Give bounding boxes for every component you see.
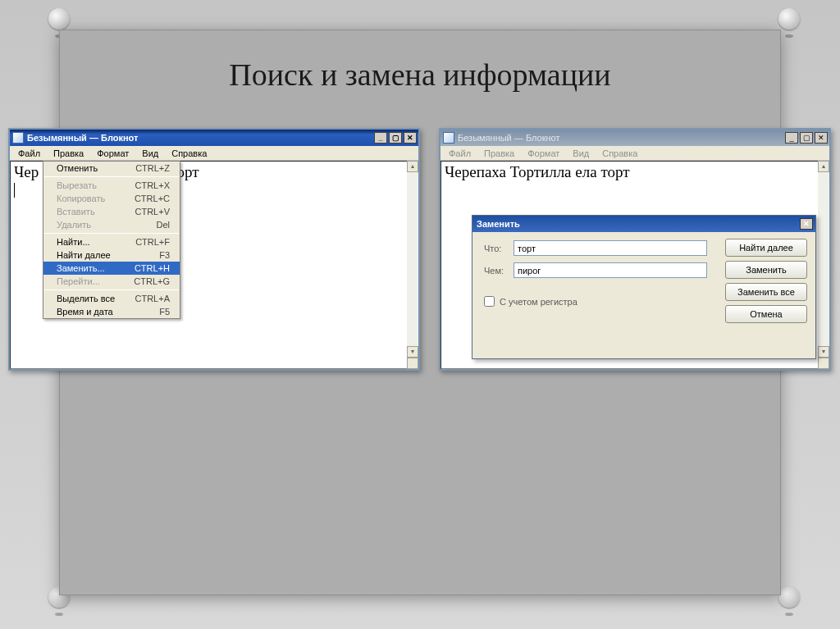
menu-item-shortcut: CTRL+G	[134, 276, 170, 286]
menu-edit[interactable]: Правка	[477, 148, 521, 159]
dialog-titlebar[interactable]: Заменить ✕	[472, 216, 815, 232]
menu-edit[interactable]: Правка	[47, 148, 90, 159]
match-case-checkbox[interactable]	[484, 296, 495, 307]
maximize-button[interactable]: ▢	[800, 132, 813, 144]
menu-item-label: Время и дата	[57, 307, 113, 317]
close-button[interactable]: ✕	[404, 132, 417, 144]
menu-item-shortcut: F5	[159, 307, 170, 317]
notepad-icon	[12, 132, 24, 144]
menu-item-shortcut: CTRL+F	[135, 237, 170, 247]
menu-item[interactable]: Выделить всеCTRL+A	[43, 292, 180, 305]
scroll-down-button[interactable]: ▾	[407, 346, 418, 358]
menu-item-shortcut: CTRL+V	[135, 207, 171, 217]
find-what-label: Что:	[484, 244, 514, 253]
menu-item-label: Вставить	[57, 207, 95, 217]
scroll-corner	[818, 358, 829, 369]
scroll-down-button[interactable]: ▾	[818, 346, 829, 358]
replace-with-label: Чем:	[484, 266, 514, 276]
maximize-button[interactable]: ▢	[389, 132, 402, 144]
vertical-scrollbar[interactable]: ▴ ▾	[407, 161, 418, 369]
text-caret	[14, 183, 15, 198]
menu-file[interactable]: Файл	[442, 148, 477, 159]
notepad-window-with-menu: Безымянный — Блокнот _ ▢ ✕ Файл Правка Ф…	[8, 128, 420, 371]
menubar: Файл Правка Формат Вид Справка	[10, 146, 418, 161]
menu-item-label: Найти далее	[57, 250, 111, 260]
replace-with-input[interactable]	[514, 262, 707, 278]
dialog-close-button[interactable]: ✕	[800, 218, 813, 230]
menu-item-label: Копировать	[57, 194, 105, 203]
menu-item-label: Выделить все	[57, 294, 115, 303]
menu-item-label: Найти...	[57, 237, 90, 247]
find-next-button[interactable]: Найти далее	[725, 239, 807, 257]
notepad-icon	[443, 132, 454, 144]
minimize-button[interactable]: _	[785, 132, 798, 144]
menu-help[interactable]: Справка	[596, 148, 644, 159]
menu-item-label: Вырезать	[57, 180, 97, 190]
menu-item-shortcut: CTRL+C	[135, 194, 170, 203]
dialog-title: Заменить	[475, 219, 800, 229]
menu-item-shortcut: CTRL+H	[135, 263, 170, 273]
close-button[interactable]: ✕	[815, 132, 828, 144]
menu-item[interactable]: Время и датаF5	[43, 305, 180, 318]
menu-item: ВставитьCTRL+V	[43, 205, 180, 218]
menu-item[interactable]: Найти далееF3	[43, 248, 180, 262]
menu-format[interactable]: Формат	[90, 148, 135, 159]
menu-separator	[44, 176, 179, 177]
vertical-scrollbar[interactable]: ▴ ▾	[818, 161, 829, 369]
document-text: Черепаха Тортилла ела торт	[445, 163, 630, 180]
cancel-button[interactable]: Отмена	[725, 305, 807, 323]
text-fragment: Чер	[14, 163, 39, 180]
menu-item-label: Заменить...	[57, 263, 105, 273]
menu-item[interactable]: ОтменитьCTRL+Z	[43, 162, 180, 175]
menu-item-label: Отменить	[57, 163, 98, 173]
match-case-label: С учетом регистра	[500, 297, 578, 307]
replace-all-button[interactable]: Заменить все	[725, 283, 807, 301]
menu-item-label: Удалить	[57, 220, 91, 230]
menu-format[interactable]: Формат	[521, 148, 566, 159]
menu-help[interactable]: Справка	[165, 148, 213, 159]
menu-separator	[44, 233, 179, 234]
menu-separator	[44, 289, 179, 290]
menu-file[interactable]: Файл	[11, 148, 47, 159]
menu-item-shortcut: CTRL+Z	[135, 163, 170, 173]
titlebar-inactive[interactable]: Безымянный — Блокнот _ ▢ ✕	[441, 130, 829, 146]
menu-item-shortcut: CTRL+A	[135, 294, 171, 303]
menu-item-label: Перейти...	[57, 276, 100, 286]
menu-item[interactable]: Заменить...CTRL+H	[43, 262, 180, 275]
scroll-up-button[interactable]: ▴	[407, 161, 418, 172]
find-what-input[interactable]	[514, 240, 707, 256]
menu-item: КопироватьCTRL+C	[43, 192, 180, 205]
menu-view[interactable]: Вид	[135, 148, 165, 159]
edit-menu-dropdown: ОтменитьCTRL+ZВырезатьCTRL+XКопироватьCT…	[43, 161, 180, 319]
minimize-button[interactable]: _	[374, 132, 387, 144]
replace-button[interactable]: Заменить	[725, 261, 807, 279]
window-title: Безымянный — Блокнот	[458, 133, 783, 143]
menu-item: Перейти...CTRL+G	[43, 275, 180, 288]
menu-item-shortcut: F3	[159, 250, 170, 260]
slide-title: Поиск и замена информации	[60, 30, 780, 93]
menu-item-shortcut: Del	[156, 220, 170, 230]
menu-view[interactable]: Вид	[566, 148, 596, 159]
menubar-inactive: Файл Правка Формат Вид Справка	[441, 146, 829, 161]
menu-item: УдалитьDel	[43, 218, 180, 231]
menu-item: ВырезатьCTRL+X	[43, 179, 180, 192]
replace-dialog: Заменить ✕ Что: Чем: С учетом регистра Н…	[472, 215, 816, 359]
scroll-up-button[interactable]: ▴	[818, 161, 829, 172]
menu-item-shortcut: CTRL+X	[135, 180, 171, 190]
menu-item[interactable]: Найти...CTRL+F	[43, 235, 180, 248]
scroll-corner	[407, 358, 418, 369]
window-title: Безымянный — Блокнот	[27, 133, 372, 143]
titlebar[interactable]: Безымянный — Блокнот _ ▢ ✕	[10, 130, 418, 146]
